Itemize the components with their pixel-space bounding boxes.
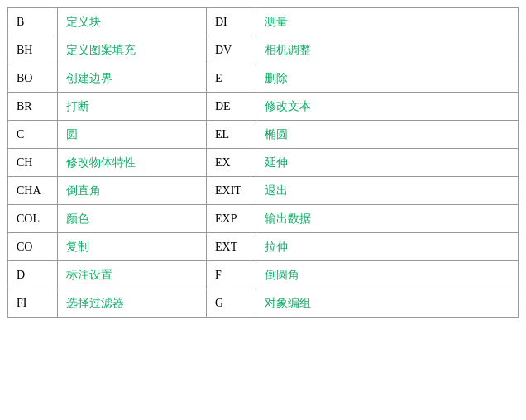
table-row: CH修改物体特性EX延伸 — [8, 149, 519, 177]
command-1: BH — [8, 36, 58, 64]
table-row: CO复制EXT拉伸 — [8, 233, 519, 261]
description-1: 颜色 — [58, 205, 207, 233]
command-1: CHA — [8, 177, 58, 205]
description-1: 创建边界 — [58, 64, 207, 93]
description-2: 输出数据 — [256, 205, 519, 233]
command-2: G — [207, 289, 256, 317]
main-table: B定义块DI测量BH定义图案填充DV相机调整BO创建边界E删除BR打断DE修改文… — [7, 7, 519, 318]
description-1: 定义块 — [58, 8, 207, 36]
command-1: CO — [8, 233, 58, 261]
command-1: COL — [8, 205, 58, 233]
command-2: F — [207, 261, 256, 289]
table-row: FI选择过滤器G对象编组 — [8, 289, 519, 317]
description-2: 退出 — [256, 177, 519, 205]
command-1: FI — [8, 289, 58, 317]
description-1: 圆 — [58, 121, 207, 149]
description-1: 复制 — [58, 233, 207, 261]
command-2: EXT — [207, 233, 256, 261]
table-row: D标注设置F倒圆角 — [8, 261, 519, 289]
command-2: DV — [207, 36, 256, 64]
command-2: DE — [207, 93, 256, 121]
description-2: 对象编组 — [256, 289, 519, 317]
table-row: C圆EL椭圆 — [8, 121, 519, 149]
description-1: 打断 — [58, 93, 207, 121]
command-1: C — [8, 121, 58, 149]
description-2: 测量 — [256, 8, 519, 36]
description-2: 拉伸 — [256, 233, 519, 261]
table-row: B定义块DI测量 — [8, 8, 519, 36]
command-2: DI — [207, 8, 256, 36]
description-1: 倒直角 — [58, 177, 207, 205]
description-2: 相机调整 — [256, 36, 519, 64]
table-row: BO创建边界E删除 — [8, 64, 519, 93]
table-row: CHA倒直角EXIT退出 — [8, 177, 519, 205]
command-2: EXP — [207, 205, 256, 233]
description-2: 修改文本 — [256, 93, 519, 121]
table-row: COL颜色EXP输出数据 — [8, 205, 519, 233]
command-2: E — [207, 64, 256, 93]
description-2: 延伸 — [256, 149, 519, 177]
command-2: EL — [207, 121, 256, 149]
command-2: EXIT — [207, 177, 256, 205]
command-1: BO — [8, 64, 58, 93]
table-row: BR打断DE修改文本 — [8, 93, 519, 121]
description-1: 选择过滤器 — [58, 289, 207, 317]
command-1: D — [8, 261, 58, 289]
command-1: B — [8, 8, 58, 36]
description-2: 椭圆 — [256, 121, 519, 149]
command-1: BR — [8, 93, 58, 121]
description-2: 删除 — [256, 64, 519, 93]
table-row: BH定义图案填充DV相机调整 — [8, 36, 519, 64]
description-1: 修改物体特性 — [58, 149, 207, 177]
command-2: EX — [207, 149, 256, 177]
command-1: CH — [8, 149, 58, 177]
description-1: 定义图案填充 — [58, 36, 207, 64]
description-2: 倒圆角 — [256, 261, 519, 289]
description-1: 标注设置 — [58, 261, 207, 289]
